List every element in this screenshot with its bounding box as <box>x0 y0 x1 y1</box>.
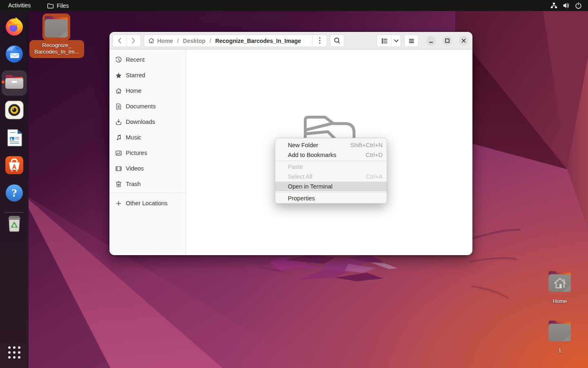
svg-text:?: ? <box>11 187 17 199</box>
